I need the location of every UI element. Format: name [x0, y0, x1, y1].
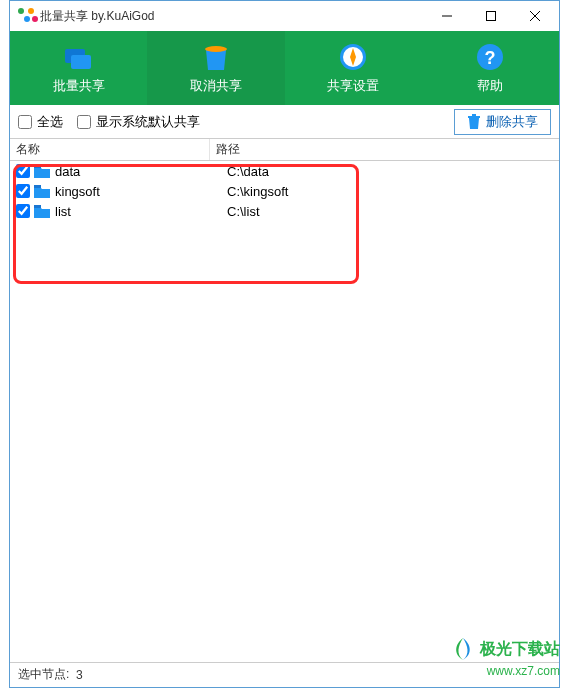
status-label: 选中节点: — [18, 666, 69, 683]
share-list: data C:\data kingsoft C:\kingsoft list C… — [10, 161, 559, 662]
svg-rect-13 — [34, 165, 41, 168]
tab-label: 帮助 — [477, 77, 503, 95]
show-system-default-label: 显示系统默认共享 — [96, 113, 200, 131]
svg-point-6 — [205, 46, 227, 52]
titlebar: 批量共享 by.KuAiGod — [10, 1, 559, 31]
row-path: C:\list — [227, 204, 260, 219]
list-item[interactable]: data C:\data — [10, 161, 559, 181]
folder-icon — [34, 205, 50, 218]
row-checkbox[interactable] — [16, 164, 30, 178]
svg-rect-1 — [487, 12, 496, 21]
tab-batch-share[interactable]: 批量共享 — [10, 31, 147, 105]
window-title: 批量共享 by.KuAiGod — [40, 8, 425, 25]
column-name-header[interactable]: 名称 — [10, 139, 210, 160]
row-name: kingsoft — [55, 184, 227, 199]
trash-small-icon — [467, 114, 481, 130]
trash-icon — [200, 41, 232, 73]
folder-icon — [34, 165, 50, 178]
minimize-button[interactable] — [425, 2, 469, 30]
help-icon: ? — [474, 41, 506, 73]
compass-icon — [337, 41, 369, 73]
status-count: 3 — [76, 668, 83, 682]
main-toolbar: 批量共享 取消共享 共享设置 ? 帮助 — [10, 31, 559, 105]
folder-icon — [34, 185, 50, 198]
row-name: list — [55, 204, 227, 219]
close-button[interactable] — [513, 2, 557, 30]
app-window: 批量共享 by.KuAiGod 批量共享 取消共享 — [9, 0, 560, 688]
tab-share-settings[interactable]: 共享设置 — [285, 31, 422, 105]
tab-label: 共享设置 — [327, 77, 379, 95]
row-checkbox[interactable] — [16, 184, 30, 198]
svg-rect-14 — [34, 185, 41, 188]
app-icon — [18, 8, 34, 24]
column-headers: 名称 路径 — [10, 139, 559, 161]
tab-label: 取消共享 — [190, 77, 242, 95]
select-all-label: 全选 — [37, 113, 63, 131]
list-item[interactable]: list C:\list — [10, 201, 559, 221]
tab-label: 批量共享 — [53, 77, 105, 95]
svg-text:?: ? — [485, 48, 496, 68]
options-bar: 全选 显示系统默认共享 删除共享 — [10, 105, 559, 139]
tab-help[interactable]: ? 帮助 — [422, 31, 559, 105]
svg-rect-5 — [71, 55, 91, 69]
row-path: C:\kingsoft — [227, 184, 288, 199]
svg-rect-12 — [472, 114, 476, 116]
maximize-button[interactable] — [469, 2, 513, 30]
column-path-header[interactable]: 路径 — [210, 139, 559, 160]
select-all-checkbox[interactable]: 全选 — [18, 113, 63, 131]
svg-rect-11 — [468, 116, 480, 118]
row-name: data — [55, 164, 227, 179]
folders-icon — [63, 41, 95, 73]
tab-cancel-share[interactable]: 取消共享 — [147, 31, 284, 105]
delete-share-label: 删除共享 — [486, 113, 538, 131]
row-path: C:\data — [227, 164, 269, 179]
svg-rect-15 — [34, 205, 41, 208]
show-system-default-checkbox[interactable]: 显示系统默认共享 — [77, 113, 200, 131]
row-checkbox[interactable] — [16, 204, 30, 218]
status-bar: 选中节点: 3 — [10, 662, 559, 686]
delete-share-button[interactable]: 删除共享 — [454, 109, 551, 135]
list-item[interactable]: kingsoft C:\kingsoft — [10, 181, 559, 201]
